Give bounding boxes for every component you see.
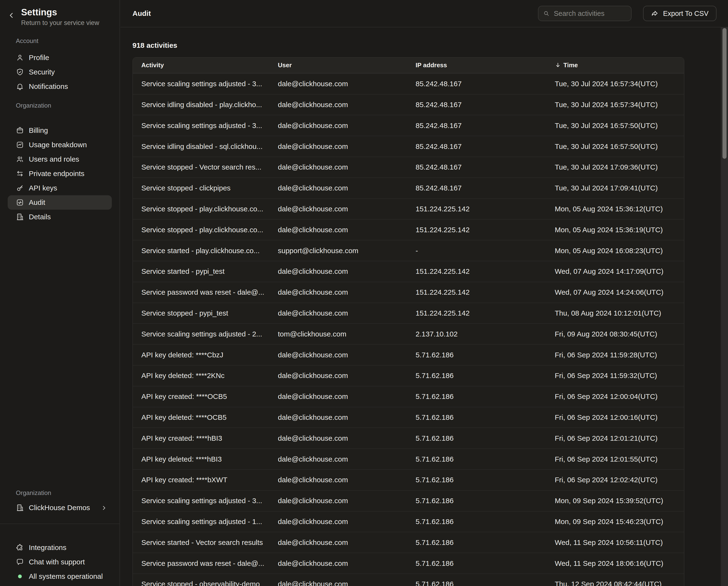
table-row[interactable]: Service started - play.clickhouse.co... … — [133, 240, 684, 261]
sidebar-item[interactable]: Billing — [8, 123, 112, 138]
sidebar-subtitle[interactable]: Return to your service view — [21, 19, 99, 27]
sidebar-item[interactable]: Users and roles — [8, 152, 112, 166]
cell-activity: Service stopped - play.clickhouse.co... — [141, 205, 278, 213]
table-row[interactable]: Service scaling settings adjusted - 3...… — [133, 490, 684, 511]
table-row[interactable]: Service idling disabled - sql.clickhou..… — [133, 136, 684, 156]
back-icon[interactable] — [8, 11, 15, 27]
cell-ip: 151.224.225.142 — [416, 205, 555, 213]
cell-ip: 5.71.62.186 — [416, 371, 555, 380]
cell-activity: Service stopped - pypi_test — [141, 309, 278, 317]
cell-ip: 5.71.62.186 — [416, 559, 555, 567]
scrollbar-track[interactable] — [721, 27, 728, 586]
column-header-activity[interactable]: Activity — [141, 62, 278, 69]
cell-time: Wed, 11 Sep 2024 10:56:11(UTC) — [555, 538, 684, 546]
sidebar-item[interactable]: API keys — [8, 181, 112, 195]
cell-ip: 5.71.62.186 — [416, 413, 555, 421]
table-row[interactable]: API key deleted: ****CbzJ dale@clickhous… — [133, 344, 684, 365]
cell-user: dale@clickhouse.com — [278, 413, 416, 421]
table-row[interactable]: Service idling disabled - play.clickho..… — [133, 94, 684, 115]
sidebar-item[interactable]: Notifications — [8, 79, 112, 94]
sidebar-item-label: Users and roles — [29, 155, 79, 163]
cell-activity: Service scaling settings adjusted - 3... — [141, 497, 278, 505]
cell-activity: API key deleted: ****OCB5 — [141, 413, 278, 421]
table-row[interactable]: Service scaling settings adjusted - 1...… — [133, 511, 684, 532]
cell-ip: 85.242.48.167 — [416, 122, 555, 130]
account-nav: Profile Security Notifications — [0, 50, 120, 94]
column-header-ip[interactable]: IP address — [416, 62, 555, 69]
sidebar-footer-item[interactable]: Integrations — [8, 540, 112, 555]
org-switcher[interactable]: ClickHouse Demos — [8, 500, 112, 515]
table-row[interactable]: API key deleted: ****OCB5 dale@clickhous… — [133, 407, 684, 428]
table-row[interactable]: Service started - pypi_test dale@clickho… — [133, 261, 684, 282]
cell-user: dale@clickhouse.com — [278, 163, 416, 171]
cell-time: Fri, 09 Aug 2024 08:30:45(UTC) — [555, 330, 684, 338]
cell-ip: 85.242.48.167 — [416, 80, 555, 88]
scrollbar-thumb[interactable] — [723, 28, 727, 159]
cell-time: Mon, 09 Sep 2024 15:46:23(UTC) — [555, 517, 684, 526]
table-body: Service scaling settings adjusted - 3...… — [133, 73, 684, 586]
table-row[interactable]: Service stopped - observability-demo dal… — [133, 573, 684, 586]
sidebar-item[interactable]: Security — [8, 65, 112, 79]
cell-ip: 5.71.62.186 — [416, 517, 555, 526]
table-row[interactable]: API key created: ****OCB5 dale@clickhous… — [133, 386, 684, 407]
cell-time: Fri, 06 Sep 2024 12:02:42(UTC) — [555, 476, 684, 484]
column-header-user[interactable]: User — [278, 62, 416, 69]
cell-user: dale@clickhouse.com — [278, 538, 416, 546]
sidebar-item[interactable]: Usage breakdown — [8, 138, 112, 152]
export-icon — [651, 9, 659, 17]
table-row[interactable]: API key deleted: ****hBI3 dale@clickhous… — [133, 448, 684, 469]
table-row[interactable]: Service scaling settings adjusted - 3...… — [133, 115, 684, 136]
table-row[interactable]: Service stopped - clickpipes dale@clickh… — [133, 177, 684, 198]
cell-ip: 151.224.225.142 — [416, 267, 555, 275]
table-row[interactable]: Service stopped - Vector search res... d… — [133, 156, 684, 177]
cell-user: dale@clickhouse.com — [278, 122, 416, 130]
cell-time: Tue, 30 Jul 2024 17:09:36(UTC) — [555, 163, 684, 171]
sidebar-item-label: Profile — [29, 53, 49, 62]
cell-ip: 5.71.62.186 — [416, 497, 555, 505]
activities-count: 918 activities — [132, 41, 728, 49]
table-row[interactable]: API key created: ****bXWT dale@clickhous… — [133, 469, 684, 490]
cell-activity: API key deleted: ****hBI3 — [141, 455, 278, 463]
organization-section-label: Organization — [16, 102, 112, 109]
cell-ip: 85.242.48.167 — [416, 142, 555, 151]
sort-descending-icon — [555, 62, 561, 68]
table-row[interactable]: Service stopped - play.clickhouse.co... … — [133, 219, 684, 240]
table-row[interactable]: Service stopped - pypi_test dale@clickho… — [133, 302, 684, 323]
table-row[interactable]: API key created: ****hBI3 dale@clickhous… — [133, 428, 684, 448]
sidebar-footer-item[interactable]: Chat with support — [8, 555, 112, 569]
search-icon — [543, 10, 549, 17]
table-row[interactable]: Service scaling settings adjusted - 2...… — [133, 323, 684, 344]
search-input[interactable]: Search activities — [538, 6, 631, 21]
sidebar-item[interactable]: Details — [8, 210, 112, 224]
building-icon — [16, 504, 24, 512]
sidebar-item[interactable]: Private endpoints — [8, 166, 112, 181]
sidebar-item[interactable]: Profile — [8, 50, 112, 65]
cell-activity: Service scaling settings adjusted - 3... — [141, 122, 278, 130]
cell-time: Tue, 30 Jul 2024 16:57:34(UTC) — [555, 80, 684, 88]
cell-activity: Service stopped - play.clickhouse.co... — [141, 226, 278, 234]
table-row[interactable]: Service scaling settings adjusted - 3...… — [133, 73, 684, 94]
cell-activity: Service idling disabled - sql.clickhou..… — [141, 142, 278, 151]
table-row[interactable]: Service stopped - play.clickhouse.co... … — [133, 198, 684, 219]
cell-time: Thu, 08 Aug 2024 10:12:01(UTC) — [555, 309, 684, 317]
cell-ip: - — [416, 247, 555, 255]
cell-user: tom@clickhouse.com — [278, 330, 416, 338]
column-header-time[interactable]: Time — [555, 62, 684, 69]
sidebar-footer-item[interactable]: All systems operational — [8, 569, 112, 584]
table-row[interactable]: Service password was reset - dale@... da… — [133, 553, 684, 573]
export-to-csv-button[interactable]: Export To CSV — [643, 6, 717, 21]
building-icon — [16, 213, 24, 221]
cell-user: dale@clickhouse.com — [278, 226, 416, 234]
shield-icon — [16, 68, 24, 76]
sidebar-item-label: Billing — [29, 126, 48, 135]
settings-page: Settings Return to your service view Acc… — [0, 0, 728, 586]
sidebar-item-label: Audit — [29, 198, 45, 206]
sidebar-item[interactable]: Audit — [8, 195, 112, 210]
table-row[interactable]: API key deleted: ****2KNc dale@clickhous… — [133, 365, 684, 386]
table-row[interactable]: Service started - Vector search results … — [133, 532, 684, 553]
table-row[interactable]: Service password was reset - dale@... da… — [133, 282, 684, 302]
cell-activity: Service started - pypi_test — [141, 267, 278, 275]
cell-ip: 5.71.62.186 — [416, 455, 555, 463]
cell-user: dale@clickhouse.com — [278, 142, 416, 151]
sidebar-divider — [0, 523, 120, 524]
